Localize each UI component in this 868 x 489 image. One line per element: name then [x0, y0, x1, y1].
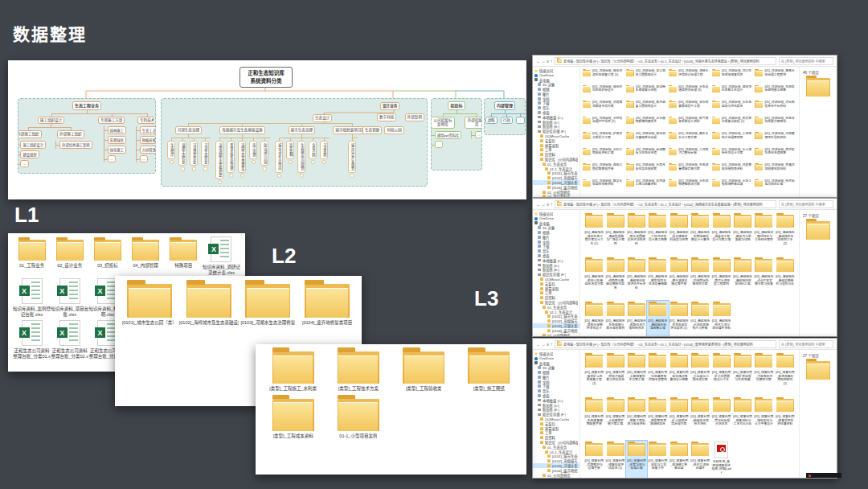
folder-item[interactable]: [05]_河湖治理_入河排污口整治台账: [668, 147, 711, 163]
folder-item[interactable]: [05]_河湖治理_河湖健康评价导则资料: [754, 131, 797, 147]
folder-item[interactable]: [05]_修复利用_采石场边坡复绿设计图集: [669, 352, 690, 397]
folder-item[interactable]: [05]_修复利用_修复工程监测与验收资料: [626, 397, 647, 441]
folder-item[interactable]: [05]_修复利用_技术交流培训课件: [690, 441, 710, 478]
folder-item[interactable]: [05]_海绵城市_道路径流污染控制技术: [626, 301, 647, 336]
search-box[interactable]: 在 [类型]_项目案例资料 中搜索: [779, 57, 833, 65]
address-bar[interactable]: 此电脑 › 知识库存储 (F:) › 知识库（公司内部构建） › 01_生态业务…: [555, 57, 776, 65]
folder-item[interactable]: [05]_修复利用_现场施工影像记录: [669, 441, 690, 478]
nav-arrows[interactable]: ← → ∨ ↑: [536, 202, 552, 207]
folder-item[interactable]: [05]_河湖治理_雨洪调蓄公园规划设计: [625, 100, 669, 116]
folder-item[interactable]: [05]_修复利用_荒漠化治理示范项目: [710, 397, 731, 441]
folder-item[interactable]: [05]_河湖治理_河道管理范围划界资料: [711, 162, 755, 179]
folder-item[interactable]: [05]_河湖治理_沉水植物群落构建技术: [625, 116, 669, 132]
folder-item[interactable]: [类型]_工程施工_水利类: [260, 347, 326, 392]
folder-item[interactable]: [05]_河湖治理_再生水补水工程方案: [668, 131, 711, 147]
folder-item[interactable]: [05]_河湖治理_水生态监测与评估报告: [711, 100, 755, 116]
folder-item[interactable]: [05]_河湖治理_河长制信息化平台资料: [754, 100, 797, 116]
folder-item[interactable]: [05]_河湖治理_防洪堤生态化改造图集: [754, 147, 797, 163]
folder-item[interactable]: [类型]_工程验收类: [391, 347, 457, 392]
folder-item[interactable]: [类型]_施工图纸: [457, 347, 522, 392]
folder-item[interactable]: [05]_河湖治理_河道清淤疏浚专项方案: [582, 100, 625, 116]
folder-item[interactable]: [05]_修复利用_矿山地质环境治理方案: [669, 397, 690, 441]
excel-file-item[interactable]: 知识库资料_案例登记台账.xlsx: [13, 278, 51, 317]
folder-item[interactable]: 特殊项目: [165, 236, 203, 275]
folder-item[interactable]: [05]_海绵城市_透水铺装材料选型与应用: [669, 212, 690, 257]
folder-item[interactable]: [05]_修复利用_修复项目投资估算资料: [775, 397, 796, 441]
folder-item[interactable]: [05]_河湖治理_河口生态湿地修复项目: [711, 68, 755, 84]
sidebar-item[interactable]: 03_项目资料库: [533, 195, 579, 197]
folder-item[interactable]: [0101]_城市生态公园（类）: [120, 279, 179, 326]
folder-item[interactable]: [05]_修复利用_尾矿库治理与生态恢复: [732, 352, 753, 397]
folder-item[interactable]: [类型]_工程成本资料: [260, 395, 326, 439]
folder-item[interactable]: [05]_修复利用_政策法规与标准汇编: [626, 441, 647, 478]
excel-file-item[interactable]: 正和生态公司资料整理台账_分类02.xlsx: [51, 320, 88, 359]
address-bar[interactable]: 此电脑 › 知识库存储 (F:) › 知识库（公司内部构建） › 01_生态业务…: [555, 340, 776, 348]
folder-item[interactable]: 01-1_小型项目案例: [326, 395, 391, 439]
folder-item[interactable]: [0102]_海绵城市及生态基础设施: [179, 279, 239, 326]
folder-item[interactable]: [05]_河湖治理_水系连通及防洪治理 (3): [668, 84, 711, 101]
folder-item[interactable]: [05]_修复利用_废弃矿山生态修复工程 (1): [583, 352, 604, 397]
folder-item[interactable]: [05]_海绵城市_城市生态公园方案设计文本 (1): [583, 212, 604, 257]
folder-item[interactable]: [05]_海绵城市_内涝防治系统规划方案: [690, 257, 710, 301]
folder-item[interactable]: [05]_海绵城市_技术交流与培训课件资料: [710, 301, 731, 336]
folder-item[interactable]: [05]_修复利用_后期管护与运维手册: [583, 441, 604, 478]
folder-item[interactable]: [05]_海绵城市_雨污分流改造工程案例: [710, 257, 731, 301]
folder-item[interactable]: [05]_河湖治理_生态浮岛布置方案图纸: [754, 116, 797, 132]
folder-item[interactable]: [05]_修复利用_典型案例考察调研报告: [647, 397, 668, 441]
folder-item[interactable]: [05]_河湖治理_城市内河生态护岸设计: [582, 84, 625, 101]
folder-item[interactable]: [0103]_河湖水生态治理修复: [239, 279, 298, 326]
folder-item[interactable]: 04_内部管理: [127, 236, 165, 275]
search-box[interactable]: 在 [类型]_项目案例资料 中搜索: [779, 340, 833, 348]
folder-item[interactable]: [05]_海绵城市_海绵城市监测评估平台资料: [626, 257, 647, 301]
folder-item[interactable]: [05]_河湖治理_岸线整治与生态化改造: [625, 147, 669, 163]
pdf-file-item[interactable]: 正和生态_废弃地修复技术指南 (终稿).pdf: [710, 441, 731, 478]
folder-item[interactable]: [05]_海绵城市_海绵型道路与广场设计案例: [604, 212, 625, 257]
nav-arrows[interactable]: ← → ∨ ↑: [536, 342, 552, 347]
folder-item[interactable]: [05]_修复利用_矿坑花园景观设计文本: [710, 352, 731, 397]
search-box[interactable]: 在 [类型]_项目案例资料 中搜索: [779, 200, 833, 208]
folder-item[interactable]: [05]_海绵城市_海绵城市标准图集汇编: [647, 301, 668, 336]
folder-item[interactable]: [05]_河湖治理_项目竣工图与结算资料: [625, 179, 669, 195]
folder-item[interactable]: [05]_海绵城市_调蓄池工程设计方案汇编: [710, 212, 731, 257]
excel-file-item[interactable]: 知识库资料_调研记录统计表.xlsx: [203, 236, 240, 275]
folder-item[interactable]: [05]_河湖治理_生态流量保障实施方案: [668, 162, 711, 179]
folder-item[interactable]: 03_招投标: [88, 236, 126, 275]
folder-item[interactable]: [05]_海绵城市_雨水花园建设技术导则资料: [626, 212, 647, 257]
folder-item[interactable]: [05]_修复利用_土地复垦实施方案汇编: [604, 397, 625, 441]
folder-item[interactable]: [05]_河湖治理_水质改善应急处理预案: [625, 162, 669, 179]
folder-item[interactable]: [05]_河湖治理_湿地公园运维管理手册: [582, 162, 625, 179]
folder-item[interactable]: [05]_海绵城市_海绵城市专项规划文本 (2): [775, 212, 796, 257]
sidebar-item[interactable]: 02_公司案例库: [533, 333, 579, 336]
excel-file-item[interactable]: 知识库资料_项目台账.xlsx: [51, 278, 88, 317]
folder-item[interactable]: [05]_海绵城市_海绵设施单价与造价分析: [775, 257, 796, 301]
folder-item[interactable]: [05]_河湖治理_智慧水务监控系统资料: [582, 179, 625, 195]
folder-item[interactable]: [05]_河湖治理_水生动物增殖放流方案: [668, 179, 711, 195]
folder-item[interactable]: [05]_海绵城市_生物滞留设施设计计算书: [690, 212, 710, 257]
folder-item[interactable]: [05]_修复利用_申报与立项批复文件: [647, 441, 668, 478]
folder-item[interactable]: [05]_修复利用_修复效果评估报告 (1): [604, 441, 625, 478]
folder-item[interactable]: [05]_修复利用_工业遗址公园改造方案: [690, 352, 710, 397]
excel-file-item[interactable]: 正和生态公司资料整理台账_分类01.xlsx: [13, 320, 51, 359]
folder-item[interactable]: [05]_河湖治理_湿地净化系统工艺设计: [711, 84, 755, 101]
folder-item[interactable]: [05]_海绵城市_项目效果后评估报告 (1): [669, 301, 690, 336]
folder-item[interactable]: [05]_河湖治理_曝气增氧系统设计资料: [668, 116, 711, 132]
folder-item[interactable]: [05]_海绵城市_景观水体循环净化设计: [583, 301, 604, 336]
folder-item[interactable]: 02_设计业务: [51, 236, 88, 275]
folder-item[interactable]: [05]_海绵城市_老旧小区海绵化改造方案: [583, 257, 604, 301]
folder-item[interactable]: [05]_海绵城市_源头减排设施运维手册: [669, 257, 690, 301]
folder-item[interactable]: [05]_修复利用_修复材料与工艺对比分析: [732, 397, 753, 441]
folder-item[interactable]: [05]_修复利用_盐碱地改良技术资料: [690, 397, 710, 441]
folder-item[interactable]: [05]_修复利用_土壤修复技术方案汇编: [626, 352, 647, 397]
folder-item[interactable]: [05]_海绵城市_生态湿塘与雨水湿地案例: [604, 301, 625, 336]
folder-item[interactable]: [05]_河湖治理_流域水环境综合治理工程: [668, 68, 711, 84]
nav-arrows[interactable]: ← → ∨ ↑: [536, 59, 552, 64]
folder-item[interactable]: [05]_修复利用_场地竖向与土方平衡设计: [753, 397, 774, 441]
folder-item[interactable]: [05]_河湖治理_城市湖泊富营养化治理: [625, 131, 669, 147]
folder-item[interactable]: [0104]_废弃地修复类项目: [297, 279, 357, 326]
folder-item[interactable]: [05]_海绵城市_植草沟与旱溪做法详图: [732, 212, 753, 257]
folder-item[interactable]: [05]_修复利用_棕地污染调查与评估报告: [604, 352, 625, 397]
folder-item[interactable]: [05]_海绵城市_示范区现场照片与影像: [690, 301, 710, 336]
folder-item[interactable]: [05]_海绵城市_屋顶绿化与立体绿化案例: [753, 212, 774, 257]
folder-item[interactable]: [05]_河湖治理_水利工程验收资料汇编: [582, 147, 625, 163]
folder-item[interactable]: [05]_修复利用_生态修复植物配置手册: [583, 397, 604, 441]
